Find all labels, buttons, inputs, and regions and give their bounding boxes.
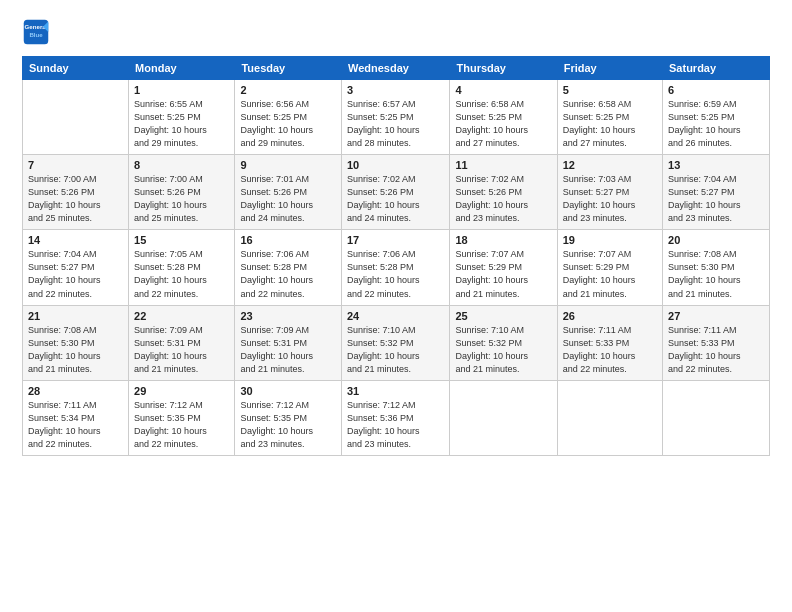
day-info: Sunrise: 7:08 AM Sunset: 5:30 PM Dayligh… [668,248,764,300]
calendar-cell: 12Sunrise: 7:03 AM Sunset: 5:27 PM Dayli… [557,155,662,230]
day-number: 3 [347,84,445,96]
day-info: Sunrise: 7:08 AM Sunset: 5:30 PM Dayligh… [28,324,123,376]
calendar-cell: 3Sunrise: 6:57 AM Sunset: 5:25 PM Daylig… [341,80,450,155]
calendar-cell: 23Sunrise: 7:09 AM Sunset: 5:31 PM Dayli… [235,305,342,380]
day-number: 13 [668,159,764,171]
calendar-cell: 20Sunrise: 7:08 AM Sunset: 5:30 PM Dayli… [663,230,770,305]
day-info: Sunrise: 7:06 AM Sunset: 5:28 PM Dayligh… [240,248,336,300]
day-info: Sunrise: 7:11 AM Sunset: 5:34 PM Dayligh… [28,399,123,451]
calendar-week-row: 14Sunrise: 7:04 AM Sunset: 5:27 PM Dayli… [23,230,770,305]
day-info: Sunrise: 7:00 AM Sunset: 5:26 PM Dayligh… [134,173,229,225]
day-number: 8 [134,159,229,171]
day-info: Sunrise: 7:11 AM Sunset: 5:33 PM Dayligh… [563,324,657,376]
calendar-cell [450,380,557,455]
day-number: 26 [563,310,657,322]
calendar-cell: 28Sunrise: 7:11 AM Sunset: 5:34 PM Dayli… [23,380,129,455]
day-info: Sunrise: 7:09 AM Sunset: 5:31 PM Dayligh… [134,324,229,376]
calendar-cell: 2Sunrise: 6:56 AM Sunset: 5:25 PM Daylig… [235,80,342,155]
calendar-cell: 14Sunrise: 7:04 AM Sunset: 5:27 PM Dayli… [23,230,129,305]
day-info: Sunrise: 6:59 AM Sunset: 5:25 PM Dayligh… [668,98,764,150]
day-number: 10 [347,159,445,171]
day-info: Sunrise: 6:55 AM Sunset: 5:25 PM Dayligh… [134,98,229,150]
calendar-cell: 9Sunrise: 7:01 AM Sunset: 5:26 PM Daylig… [235,155,342,230]
calendar-week-row: 1Sunrise: 6:55 AM Sunset: 5:25 PM Daylig… [23,80,770,155]
logo-icon: General Blue [22,18,50,46]
day-number: 2 [240,84,336,96]
calendar-cell: 31Sunrise: 7:12 AM Sunset: 5:36 PM Dayli… [341,380,450,455]
day-info: Sunrise: 7:09 AM Sunset: 5:31 PM Dayligh… [240,324,336,376]
calendar-cell: 6Sunrise: 6:59 AM Sunset: 5:25 PM Daylig… [663,80,770,155]
calendar-cell: 4Sunrise: 6:58 AM Sunset: 5:25 PM Daylig… [450,80,557,155]
day-number: 16 [240,234,336,246]
weekday-header-tuesday: Tuesday [235,57,342,80]
day-number: 22 [134,310,229,322]
weekday-header-sunday: Sunday [23,57,129,80]
calendar-cell: 22Sunrise: 7:09 AM Sunset: 5:31 PM Dayli… [129,305,235,380]
calendar-cell: 24Sunrise: 7:10 AM Sunset: 5:32 PM Dayli… [341,305,450,380]
day-info: Sunrise: 7:11 AM Sunset: 5:33 PM Dayligh… [668,324,764,376]
day-number: 21 [28,310,123,322]
calendar-cell: 5Sunrise: 6:58 AM Sunset: 5:25 PM Daylig… [557,80,662,155]
svg-text:Blue: Blue [29,31,43,38]
day-number: 14 [28,234,123,246]
day-info: Sunrise: 7:12 AM Sunset: 5:36 PM Dayligh… [347,399,445,451]
day-info: Sunrise: 6:58 AM Sunset: 5:25 PM Dayligh… [563,98,657,150]
weekday-header-friday: Friday [557,57,662,80]
day-number: 20 [668,234,764,246]
day-info: Sunrise: 7:05 AM Sunset: 5:28 PM Dayligh… [134,248,229,300]
day-number: 4 [455,84,551,96]
weekday-header-wednesday: Wednesday [341,57,450,80]
day-number: 31 [347,385,445,397]
calendar-cell: 21Sunrise: 7:08 AM Sunset: 5:30 PM Dayli… [23,305,129,380]
day-number: 15 [134,234,229,246]
logo: General Blue [22,18,54,46]
day-number: 1 [134,84,229,96]
day-info: Sunrise: 7:10 AM Sunset: 5:32 PM Dayligh… [455,324,551,376]
calendar-cell: 1Sunrise: 6:55 AM Sunset: 5:25 PM Daylig… [129,80,235,155]
day-info: Sunrise: 7:12 AM Sunset: 5:35 PM Dayligh… [134,399,229,451]
day-info: Sunrise: 7:04 AM Sunset: 5:27 PM Dayligh… [28,248,123,300]
day-number: 30 [240,385,336,397]
calendar-cell: 27Sunrise: 7:11 AM Sunset: 5:33 PM Dayli… [663,305,770,380]
weekday-header-thursday: Thursday [450,57,557,80]
calendar-week-row: 7Sunrise: 7:00 AM Sunset: 5:26 PM Daylig… [23,155,770,230]
day-number: 19 [563,234,657,246]
day-number: 29 [134,385,229,397]
day-number: 28 [28,385,123,397]
day-info: Sunrise: 7:03 AM Sunset: 5:27 PM Dayligh… [563,173,657,225]
calendar-week-row: 21Sunrise: 7:08 AM Sunset: 5:30 PM Dayli… [23,305,770,380]
day-number: 9 [240,159,336,171]
day-info: Sunrise: 6:57 AM Sunset: 5:25 PM Dayligh… [347,98,445,150]
page: General Blue SundayMondayTuesdayWednesda… [0,0,792,612]
calendar-cell: 30Sunrise: 7:12 AM Sunset: 5:35 PM Dayli… [235,380,342,455]
day-info: Sunrise: 7:06 AM Sunset: 5:28 PM Dayligh… [347,248,445,300]
day-info: Sunrise: 7:04 AM Sunset: 5:27 PM Dayligh… [668,173,764,225]
calendar-cell [663,380,770,455]
day-info: Sunrise: 7:02 AM Sunset: 5:26 PM Dayligh… [455,173,551,225]
calendar-week-row: 28Sunrise: 7:11 AM Sunset: 5:34 PM Dayli… [23,380,770,455]
calendar-cell [23,80,129,155]
calendar-cell: 18Sunrise: 7:07 AM Sunset: 5:29 PM Dayli… [450,230,557,305]
day-info: Sunrise: 7:10 AM Sunset: 5:32 PM Dayligh… [347,324,445,376]
day-number: 12 [563,159,657,171]
calendar-cell: 10Sunrise: 7:02 AM Sunset: 5:26 PM Dayli… [341,155,450,230]
day-number: 6 [668,84,764,96]
day-info: Sunrise: 7:12 AM Sunset: 5:35 PM Dayligh… [240,399,336,451]
day-number: 17 [347,234,445,246]
calendar-cell: 13Sunrise: 7:04 AM Sunset: 5:27 PM Dayli… [663,155,770,230]
calendar-cell: 11Sunrise: 7:02 AM Sunset: 5:26 PM Dayli… [450,155,557,230]
day-number: 18 [455,234,551,246]
day-number: 5 [563,84,657,96]
weekday-header-saturday: Saturday [663,57,770,80]
day-info: Sunrise: 6:56 AM Sunset: 5:25 PM Dayligh… [240,98,336,150]
calendar-cell: 19Sunrise: 7:07 AM Sunset: 5:29 PM Dayli… [557,230,662,305]
day-number: 23 [240,310,336,322]
day-number: 25 [455,310,551,322]
day-number: 27 [668,310,764,322]
day-info: Sunrise: 7:07 AM Sunset: 5:29 PM Dayligh… [563,248,657,300]
day-info: Sunrise: 7:02 AM Sunset: 5:26 PM Dayligh… [347,173,445,225]
day-number: 24 [347,310,445,322]
calendar-cell: 29Sunrise: 7:12 AM Sunset: 5:35 PM Dayli… [129,380,235,455]
day-number: 11 [455,159,551,171]
calendar-table: SundayMondayTuesdayWednesdayThursdayFrid… [22,56,770,456]
